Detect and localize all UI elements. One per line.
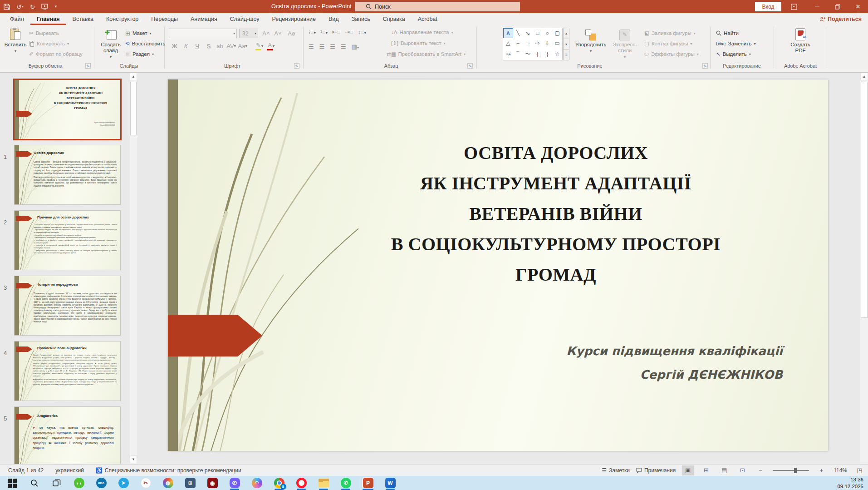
thumbnail-slide-3[interactable]: Причини для освіти дорослих – часткова в… [15,211,120,270]
italic-button[interactable]: К [181,41,191,51]
language-indicator[interactable]: украинский [55,467,84,474]
justify-icon[interactable]: ☰ [341,43,346,50]
reading-view-button[interactable]: ▤ [718,465,730,475]
font-color-button[interactable]: А▾ [266,41,275,51]
grow-font-button[interactable]: A˄ [261,29,271,38]
canvas-scrollbar[interactable]: ▲ [860,73,868,464]
share-button[interactable]: Поделиться [816,13,865,25]
increase-indent-icon[interactable]: ⇥≡ [345,29,353,35]
accessibility-status[interactable]: ♿ Специальные возможности: проверьте рек… [96,467,241,474]
paint-button[interactable]: ◍ [162,477,174,489]
highlight-color-button[interactable]: ✎▾ [255,41,264,51]
shrink-font-button[interactable]: A˅ [273,29,283,38]
shape-textbox-icon[interactable]: A [503,28,513,38]
file-explorer-button[interactable] [318,477,329,489]
chrome-button[interactable]: S [273,477,285,489]
tab-transitions[interactable]: Переходы [145,13,184,25]
bold-button[interactable]: Ж [170,41,179,51]
paste-button[interactable]: Вставить▾ [3,27,28,60]
shape-elbow-icon[interactable]: ⌐ [513,38,523,48]
shape-effects-button[interactable]: ⬭Эффекты фигуры▾ [644,49,699,59]
font-dialog-launcher-icon[interactable]: ⇘ [294,63,299,69]
replace-button[interactable]: b⇋cЗаменить▾ [716,39,756,49]
paragraph-dialog-launcher-icon[interactable]: ⇘ [467,63,473,69]
ribbon-display-options-icon[interactable] [784,0,804,13]
copilot-button[interactable]: ◠ [251,477,263,489]
start-button[interactable] [6,477,18,489]
shape-down-arrow-icon[interactable]: ⇩ [543,38,553,48]
zoom-out-button[interactable]: − [755,465,766,475]
thumbnail-slide-1[interactable]: ОСВІТА ДОРОСЛИХЯК ІНСТРУМЕНТ АДАПТАЦІЇВЕ… [15,80,120,139]
shape-outline-button[interactable]: ▢Контур фигуры▾ [644,39,692,49]
layout-button[interactable]: ⊞Макет▾ [125,28,151,38]
create-pdf-button[interactable]: ∞ СоздатьPDF [786,27,815,60]
taskbar-clock[interactable]: 13:36 09.12.2025 [837,476,863,490]
canvas-scroll-thumb[interactable] [861,82,868,318]
shape-scribble-icon[interactable]: ↝ [503,49,513,60]
shape-line-icon[interactable]: ╲ [513,28,523,38]
close-button[interactable]: ✕ [848,0,868,13]
font-name-combo[interactable]: ▾ [169,29,237,38]
word-button[interactable]: W [384,477,396,489]
shape-rounded-rect-icon[interactable]: ▢ [552,28,562,38]
telegram-button[interactable]: ➤ [118,477,129,489]
cut-button[interactable]: ✂Вырезать [29,28,59,38]
find-button[interactable]: Найти [716,28,739,38]
character-spacing-button[interactable]: AV▾ [226,41,236,51]
shape-right-arrow-icon[interactable]: ⇨ [533,38,543,48]
shape-oval-icon[interactable]: ○ [543,28,553,38]
slide-counter[interactable]: Слайд 1 из 42 [8,467,44,474]
zoom-slider-handle[interactable] [794,468,797,473]
thumbnail-slide-2[interactable]: Освіта дорослих Освіта дорослих – складн… [15,145,120,204]
tab-file[interactable]: Файл [4,13,30,25]
shapes-gallery-scrollbar[interactable]: ▲▼⍗ [563,28,569,60]
search-box[interactable]: Поиск [355,2,520,11]
normal-view-button[interactable]: ▣ [682,465,694,475]
new-slide-button[interactable]: ✚ Создать слайд▾ [98,27,123,60]
smartart-button[interactable]: ⇄▦Преобразовать в SmartArt▾ [387,49,466,59]
shape-left-brace-icon[interactable]: { [533,49,543,60]
shape-callout-icon[interactable]: ▭ [552,38,562,48]
align-center-icon[interactable]: ☰ [319,43,325,50]
shape-arc-icon[interactable]: ⌒ [513,49,523,60]
sign-in-button[interactable]: Вход [755,2,781,11]
drawing-dialog-launcher-icon[interactable]: ⇘ [702,63,708,69]
quick-styles-button[interactable]: ✎ Экспресс-стили▾ [610,27,640,60]
bullets-icon[interactable]: ⁝≡▾ [309,29,316,35]
thumbnails-scroll-thumb[interactable] [130,82,137,135]
slide-sorter-view-button[interactable]: ⊞ [700,465,712,475]
shape-star-icon[interactable]: ☆ [552,49,562,60]
select-button[interactable]: ↖Выделить▾ [716,49,751,59]
tab-acrobat[interactable]: Acrobat [412,13,444,25]
align-left-icon[interactable]: ☰ [309,43,314,50]
tab-home[interactable]: Главная [30,13,66,25]
tab-record[interactable]: Запись [345,13,377,25]
whatsapp-button[interactable]: ✆ [340,477,352,489]
shape-elbow-arrow-icon[interactable]: ¬ [523,38,533,48]
align-right-icon[interactable]: ☰ [330,43,335,50]
tab-animations[interactable]: Анимация [184,13,224,25]
restore-button[interactable] [828,0,848,13]
opera-button[interactable] [295,477,307,489]
strikethrough-button[interactable]: ab [215,41,225,51]
slide-subtitle[interactable]: Курси підвищення кваліфікації Сергій ДЄН… [420,339,783,386]
shape-fill-button[interactable]: ⬕Заливка фигуры▾ [644,28,696,38]
shapes-gallery[interactable]: A ╲ ↘ □ ○ ▢ △ ⌐ ¬ ⇨ ⇩ ▭ ↝ ⌒ 〜 { } ☆ [503,28,563,60]
comments-toggle[interactable]: Примечания [636,467,676,474]
tab-insert[interactable]: Вставка [66,13,100,25]
numbering-icon[interactable]: ¹≡▾ [320,29,328,35]
text-shadow-button[interactable]: S [204,41,213,51]
scroll-up-icon[interactable]: ▲ [130,73,137,80]
reset-slide-button[interactable]: ⟲Восстановить [125,39,165,49]
align-text-button[interactable]: [⇕]Выровнять текст▾ [391,38,446,48]
tab-slideshow[interactable]: Слайд-шоу [224,13,266,25]
zoom-slider[interactable] [773,470,809,471]
text-direction-button[interactable]: ↓AНаправление текста▾ [391,27,453,37]
task-view-button[interactable] [51,477,63,489]
imo-button[interactable]: imo [95,477,107,489]
tab-view[interactable]: Вид [322,13,345,25]
shape-arrow-icon[interactable]: ↘ [523,28,533,38]
shape-right-brace-icon[interactable]: } [543,49,553,60]
calculator-button[interactable]: ⊞ [184,477,196,489]
canvas-scroll-up-icon[interactable]: ▲ [860,73,868,80]
